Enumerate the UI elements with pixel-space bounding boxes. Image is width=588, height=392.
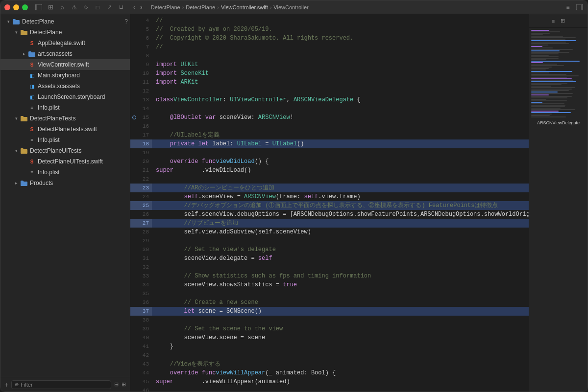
minimap-line xyxy=(531,97,567,98)
code-line: // Copyright © 2020 SharaSakumoto. All r… xyxy=(152,34,529,43)
code-line: // xyxy=(152,43,529,51)
sidebar-item-detectplanetests-swift[interactable]: S DetectPlaneTests.swift xyxy=(0,124,130,135)
sidebar-label: DetectPlaneUITests xyxy=(30,147,81,154)
line-number: 40 xyxy=(130,333,152,342)
code-line: sceneView.delegate = self xyxy=(152,254,529,263)
sidebar-item-appdelegate[interactable]: S AppDelegate.swift xyxy=(0,38,130,48)
line-number: 41 xyxy=(130,342,152,351)
code-line xyxy=(152,263,529,272)
filter-icon: ⊕ xyxy=(15,382,19,387)
sidebar-label: Info.plist xyxy=(38,104,60,111)
line-number: 22 xyxy=(130,175,152,184)
grid-icon[interactable]: ⊞ xyxy=(47,3,54,11)
link-icon[interactable]: ⊔ xyxy=(117,3,125,11)
minimap-line xyxy=(531,46,542,47)
sidebar-label: DetectPlaneTests.swift xyxy=(38,126,97,133)
line-number: 32 xyxy=(130,263,152,272)
sidebar-item-detectplane-group[interactable]: DetectPlane xyxy=(0,27,130,38)
sidebar-item-viewcontroller[interactable]: S ViewController.swift xyxy=(0,59,130,70)
sidebar-label: Main.storyboard xyxy=(38,72,80,79)
inspector-list-btn[interactable]: ≡ xyxy=(550,17,557,25)
minimap-line xyxy=(531,68,549,69)
minimap-line xyxy=(531,58,559,59)
sidebar-content: DetectPlane ? DetectPlane S AppDelegate.… xyxy=(0,14,130,377)
minimize-button[interactable] xyxy=(13,4,19,10)
close-button[interactable] xyxy=(4,4,10,10)
sidebar-item-info-plist-3[interactable]: ≡ Info.plist xyxy=(0,167,130,178)
line-number: 24 xyxy=(130,192,152,201)
breadcrumb-1[interactable]: DetectPlane xyxy=(151,4,180,10)
filter-field[interactable]: ⊕ Filter xyxy=(11,380,111,389)
code-line: // Show statistics such as fps and timin… xyxy=(152,272,529,280)
code-line: sceneView.showsStatistics = true xyxy=(152,280,529,289)
question-mark[interactable]: ? xyxy=(124,18,128,25)
sidebar-label: art.scnassets xyxy=(38,50,73,57)
list-view-btn[interactable]: ⊟ xyxy=(114,381,119,388)
inspector-toggle-icon[interactable] xyxy=(576,3,584,11)
minimap-line xyxy=(531,39,565,40)
titlebar-right: ≡ xyxy=(564,3,584,11)
sidebar-item-info-plist-2[interactable]: ≡ Info.plist xyxy=(0,135,130,145)
tree-arrow xyxy=(20,50,28,58)
sidebar-toggle-icon[interactable] xyxy=(35,3,43,11)
sidebar-item-assets[interactable]: ◨ Assets.xcassets xyxy=(0,81,130,92)
sidebar-item-detectplane-root[interactable]: DetectPlane ? xyxy=(0,16,130,27)
plist-icon: ≡ xyxy=(28,168,36,176)
code-line: self.sceneView.debugOptions = [ARSCNDebu… xyxy=(152,210,529,219)
sidebar-bottom: + ⊕ Filter ⊟ ⊞ xyxy=(0,377,130,392)
diamond-icon[interactable]: ◇ xyxy=(82,3,90,11)
sidebar-item-launchscreen[interactable]: ◧ LaunchScreen.storyboard xyxy=(0,92,130,102)
minimap-line xyxy=(531,106,565,107)
minimap-line xyxy=(531,40,576,41)
storyboard-icon: ◧ xyxy=(28,71,36,79)
code-area[interactable]: 4567891011121314151617181920212223242526… xyxy=(130,14,529,392)
minimap-line xyxy=(531,33,550,34)
minimap-line xyxy=(531,61,580,62)
line-number: 5 xyxy=(130,25,152,34)
sidebar-item-products[interactable]: Products xyxy=(0,178,130,188)
sidebar-item-art-scnassets[interactable]: art.scnassets xyxy=(0,48,130,59)
code-line: self.view.addSubview(self.sceneView) xyxy=(152,228,529,236)
code-line xyxy=(152,175,529,184)
maximize-button[interactable] xyxy=(22,4,28,10)
sidebar-item-detectplanetests[interactable]: DetectPlaneTests xyxy=(0,113,130,124)
sidebar-item-detectplaneuitests[interactable]: DetectPlaneUITests xyxy=(0,145,130,156)
code-line: @IBOutlet var sceneView: ARSCNView! xyxy=(152,113,529,122)
minimap-line xyxy=(531,112,571,113)
sidebar-item-info-plist-1[interactable]: ≡ Info.plist xyxy=(0,102,130,113)
code-line: //デバッグオプションの追加 (①画面上で平面の点を探し表示する、②座標系を表示… xyxy=(152,201,529,210)
arrow-icon[interactable]: ↗ xyxy=(105,3,113,11)
search-icon[interactable]: ⌕ xyxy=(58,3,66,11)
breadcrumb-2[interactable]: DetectPlane xyxy=(186,4,215,10)
inspector-grid-btn[interactable]: ⊞ xyxy=(559,17,567,25)
code-line: //Viewを表示する xyxy=(152,360,529,369)
line-number: 18 xyxy=(130,139,152,148)
back-button[interactable]: ‹ xyxy=(132,3,137,11)
sidebar-label: DetectPlane xyxy=(22,18,54,25)
line-number: 16 xyxy=(130,122,152,131)
folder-yellow-icon xyxy=(20,28,28,36)
grid-view-btn[interactable]: ⊞ xyxy=(122,381,126,388)
code-line: super .viewWillAppear(animated) xyxy=(152,377,529,386)
minimap-line xyxy=(531,72,549,73)
sidebar-item-main-storyboard[interactable]: ◧ Main.storyboard xyxy=(0,70,130,81)
minimap-line xyxy=(531,55,549,56)
folder-yellow-icon xyxy=(20,115,28,122)
sidebar-item-detectplaneuitests-swift[interactable]: S DetectPlaneUITests.swift xyxy=(0,156,130,167)
folder-icon xyxy=(12,18,20,25)
add-file-button[interactable]: + xyxy=(4,381,8,389)
code-lines: //// Created by aym on 2020/05/19.// Cop… xyxy=(152,14,529,392)
list-view-icon[interactable]: ≡ xyxy=(564,3,572,11)
forward-button[interactable]: › xyxy=(139,3,144,11)
breadcrumb-file[interactable]: ViewController.swift xyxy=(221,4,268,10)
rect-icon[interactable]: □ xyxy=(94,3,101,11)
line-number: 15 xyxy=(130,113,152,122)
code-line: private let label: UILabel = UILabel() xyxy=(152,139,529,148)
minimap-line xyxy=(531,65,564,66)
alert-icon[interactable]: ⚠ xyxy=(70,3,78,11)
svg-rect-3 xyxy=(581,4,583,10)
swift-icon: S xyxy=(28,61,36,69)
tree-arrow xyxy=(12,179,20,187)
sidebar-label: Products xyxy=(30,180,53,186)
breadcrumb-class[interactable]: ViewController xyxy=(273,4,308,10)
